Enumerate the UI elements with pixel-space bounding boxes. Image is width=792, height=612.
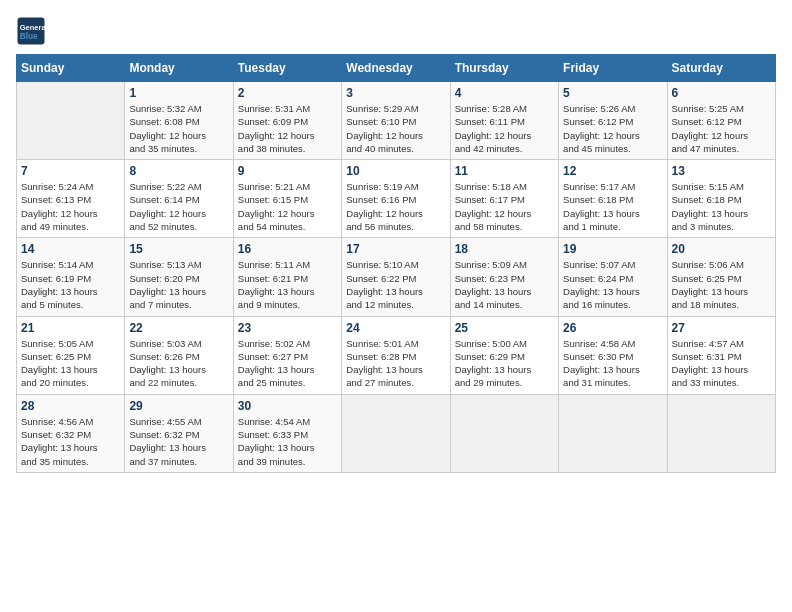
header-row: SundayMondayTuesdayWednesdayThursdayFrid… (17, 55, 776, 82)
week-row-1: 7Sunrise: 5:24 AM Sunset: 6:13 PM Daylig… (17, 160, 776, 238)
day-cell: 1Sunrise: 5:32 AM Sunset: 6:08 PM Daylig… (125, 82, 233, 160)
calendar-table: SundayMondayTuesdayWednesdayThursdayFrid… (16, 54, 776, 473)
day-number: 12 (563, 164, 662, 178)
day-number: 28 (21, 399, 120, 413)
day-info: Sunrise: 5:15 AM Sunset: 6:18 PM Dayligh… (672, 180, 771, 233)
calendar-body: 1Sunrise: 5:32 AM Sunset: 6:08 PM Daylig… (17, 82, 776, 473)
calendar-header: SundayMondayTuesdayWednesdayThursdayFrid… (17, 55, 776, 82)
day-info: Sunrise: 4:58 AM Sunset: 6:30 PM Dayligh… (563, 337, 662, 390)
day-cell: 27Sunrise: 4:57 AM Sunset: 6:31 PM Dayli… (667, 316, 775, 394)
header-saturday: Saturday (667, 55, 775, 82)
day-cell: 23Sunrise: 5:02 AM Sunset: 6:27 PM Dayli… (233, 316, 341, 394)
day-cell: 29Sunrise: 4:55 AM Sunset: 6:32 PM Dayli… (125, 394, 233, 472)
day-info: Sunrise: 5:26 AM Sunset: 6:12 PM Dayligh… (563, 102, 662, 155)
day-cell: 2Sunrise: 5:31 AM Sunset: 6:09 PM Daylig… (233, 82, 341, 160)
day-number: 13 (672, 164, 771, 178)
day-info: Sunrise: 5:06 AM Sunset: 6:25 PM Dayligh… (672, 258, 771, 311)
day-number: 29 (129, 399, 228, 413)
day-number: 14 (21, 242, 120, 256)
day-cell: 30Sunrise: 4:54 AM Sunset: 6:33 PM Dayli… (233, 394, 341, 472)
day-number: 19 (563, 242, 662, 256)
day-info: Sunrise: 4:57 AM Sunset: 6:31 PM Dayligh… (672, 337, 771, 390)
day-number: 8 (129, 164, 228, 178)
day-info: Sunrise: 5:32 AM Sunset: 6:08 PM Dayligh… (129, 102, 228, 155)
day-cell (667, 394, 775, 472)
day-info: Sunrise: 5:01 AM Sunset: 6:28 PM Dayligh… (346, 337, 445, 390)
day-number: 22 (129, 321, 228, 335)
day-number: 20 (672, 242, 771, 256)
week-row-2: 14Sunrise: 5:14 AM Sunset: 6:19 PM Dayli… (17, 238, 776, 316)
day-cell: 22Sunrise: 5:03 AM Sunset: 6:26 PM Dayli… (125, 316, 233, 394)
day-number: 23 (238, 321, 337, 335)
day-cell (450, 394, 558, 472)
week-row-0: 1Sunrise: 5:32 AM Sunset: 6:08 PM Daylig… (17, 82, 776, 160)
page-header: General Blue (16, 16, 776, 46)
day-cell: 12Sunrise: 5:17 AM Sunset: 6:18 PM Dayli… (559, 160, 667, 238)
day-cell: 21Sunrise: 5:05 AM Sunset: 6:25 PM Dayli… (17, 316, 125, 394)
day-number: 6 (672, 86, 771, 100)
day-info: Sunrise: 5:00 AM Sunset: 6:29 PM Dayligh… (455, 337, 554, 390)
day-number: 24 (346, 321, 445, 335)
day-number: 21 (21, 321, 120, 335)
day-info: Sunrise: 4:54 AM Sunset: 6:33 PM Dayligh… (238, 415, 337, 468)
day-number: 3 (346, 86, 445, 100)
day-info: Sunrise: 5:29 AM Sunset: 6:10 PM Dayligh… (346, 102, 445, 155)
day-info: Sunrise: 5:18 AM Sunset: 6:17 PM Dayligh… (455, 180, 554, 233)
day-info: Sunrise: 4:55 AM Sunset: 6:32 PM Dayligh… (129, 415, 228, 468)
day-cell: 14Sunrise: 5:14 AM Sunset: 6:19 PM Dayli… (17, 238, 125, 316)
logo-icon: General Blue (16, 16, 46, 46)
day-info: Sunrise: 5:11 AM Sunset: 6:21 PM Dayligh… (238, 258, 337, 311)
day-info: Sunrise: 5:21 AM Sunset: 6:15 PM Dayligh… (238, 180, 337, 233)
day-info: Sunrise: 5:24 AM Sunset: 6:13 PM Dayligh… (21, 180, 120, 233)
day-cell (17, 82, 125, 160)
day-number: 9 (238, 164, 337, 178)
day-info: Sunrise: 5:10 AM Sunset: 6:22 PM Dayligh… (346, 258, 445, 311)
day-number: 15 (129, 242, 228, 256)
day-cell: 5Sunrise: 5:26 AM Sunset: 6:12 PM Daylig… (559, 82, 667, 160)
header-thursday: Thursday (450, 55, 558, 82)
day-number: 26 (563, 321, 662, 335)
header-friday: Friday (559, 55, 667, 82)
svg-text:General: General (20, 23, 46, 32)
day-cell: 13Sunrise: 5:15 AM Sunset: 6:18 PM Dayli… (667, 160, 775, 238)
day-cell: 4Sunrise: 5:28 AM Sunset: 6:11 PM Daylig… (450, 82, 558, 160)
week-row-3: 21Sunrise: 5:05 AM Sunset: 6:25 PM Dayli… (17, 316, 776, 394)
day-cell: 3Sunrise: 5:29 AM Sunset: 6:10 PM Daylig… (342, 82, 450, 160)
day-cell: 16Sunrise: 5:11 AM Sunset: 6:21 PM Dayli… (233, 238, 341, 316)
header-sunday: Sunday (17, 55, 125, 82)
day-number: 17 (346, 242, 445, 256)
day-info: Sunrise: 5:13 AM Sunset: 6:20 PM Dayligh… (129, 258, 228, 311)
header-tuesday: Tuesday (233, 55, 341, 82)
day-cell: 11Sunrise: 5:18 AM Sunset: 6:17 PM Dayli… (450, 160, 558, 238)
header-wednesday: Wednesday (342, 55, 450, 82)
day-cell: 10Sunrise: 5:19 AM Sunset: 6:16 PM Dayli… (342, 160, 450, 238)
day-cell: 9Sunrise: 5:21 AM Sunset: 6:15 PM Daylig… (233, 160, 341, 238)
day-number: 30 (238, 399, 337, 413)
day-number: 11 (455, 164, 554, 178)
header-monday: Monday (125, 55, 233, 82)
day-cell: 6Sunrise: 5:25 AM Sunset: 6:12 PM Daylig… (667, 82, 775, 160)
day-info: Sunrise: 5:22 AM Sunset: 6:14 PM Dayligh… (129, 180, 228, 233)
day-cell: 25Sunrise: 5:00 AM Sunset: 6:29 PM Dayli… (450, 316, 558, 394)
day-info: Sunrise: 5:09 AM Sunset: 6:23 PM Dayligh… (455, 258, 554, 311)
day-number: 18 (455, 242, 554, 256)
day-info: Sunrise: 5:28 AM Sunset: 6:11 PM Dayligh… (455, 102, 554, 155)
day-number: 7 (21, 164, 120, 178)
day-info: Sunrise: 5:07 AM Sunset: 6:24 PM Dayligh… (563, 258, 662, 311)
day-info: Sunrise: 5:31 AM Sunset: 6:09 PM Dayligh… (238, 102, 337, 155)
week-row-4: 28Sunrise: 4:56 AM Sunset: 6:32 PM Dayli… (17, 394, 776, 472)
day-number: 10 (346, 164, 445, 178)
day-cell: 24Sunrise: 5:01 AM Sunset: 6:28 PM Dayli… (342, 316, 450, 394)
day-cell: 8Sunrise: 5:22 AM Sunset: 6:14 PM Daylig… (125, 160, 233, 238)
day-info: Sunrise: 5:03 AM Sunset: 6:26 PM Dayligh… (129, 337, 228, 390)
day-cell (559, 394, 667, 472)
day-number: 25 (455, 321, 554, 335)
day-cell: 7Sunrise: 5:24 AM Sunset: 6:13 PM Daylig… (17, 160, 125, 238)
day-number: 4 (455, 86, 554, 100)
day-info: Sunrise: 4:56 AM Sunset: 6:32 PM Dayligh… (21, 415, 120, 468)
svg-text:Blue: Blue (20, 32, 38, 41)
day-info: Sunrise: 5:05 AM Sunset: 6:25 PM Dayligh… (21, 337, 120, 390)
day-number: 27 (672, 321, 771, 335)
day-number: 5 (563, 86, 662, 100)
day-cell (342, 394, 450, 472)
